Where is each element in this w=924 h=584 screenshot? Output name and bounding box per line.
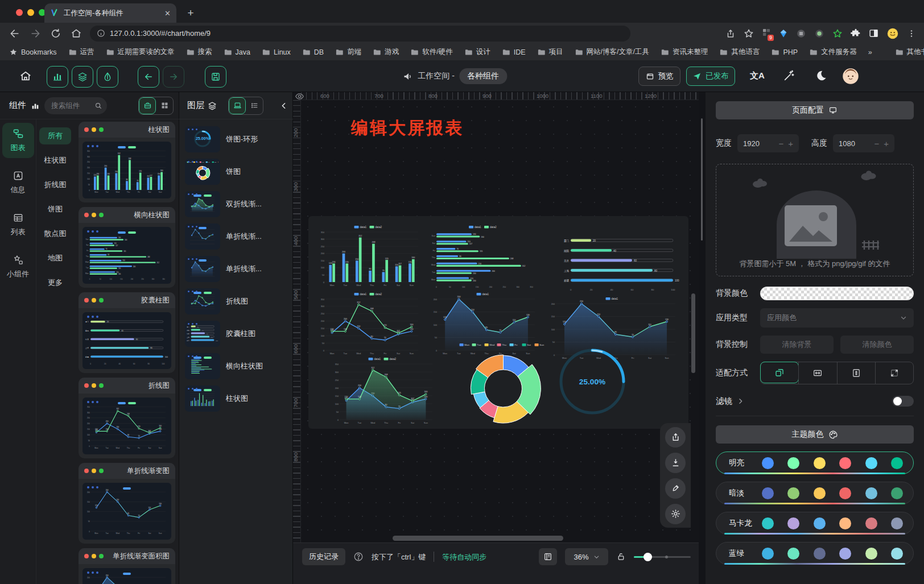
home-icon[interactable] <box>71 28 82 39</box>
theme-row-明亮[interactable]: 明亮 <box>716 452 914 474</box>
charts-panel-toggle-button[interactable] <box>47 66 68 88</box>
history-button[interactable]: 历史记录 <box>302 548 345 565</box>
bookmark-folder[interactable]: 文件服务器 <box>809 47 857 57</box>
canvas-progress-ring[interactable]: 25.00% <box>558 347 627 418</box>
sidebar-item-list[interactable]: 列表 <box>2 207 34 242</box>
traffic-light-close[interactable] <box>16 9 23 16</box>
bookmark-folder[interactable]: 网站/博客/文章/工具 <box>575 47 649 57</box>
canvas-line-chart[interactable]: 050100150200250300350MonTueWedThuFriSatS… <box>317 291 422 358</box>
theme-row-马卡龙[interactable]: 马卡龙 <box>716 512 914 535</box>
bookmark-folder[interactable]: 软件/硬件 <box>410 47 452 57</box>
canvas-pie-chart[interactable]: MonTueWedThuFriSatSun <box>442 342 564 429</box>
extension-dot-icon[interactable] <box>814 28 824 39</box>
browser-menu-icon[interactable] <box>907 29 916 38</box>
bookmark-folder[interactable]: Linux <box>262 48 291 56</box>
extension-icon[interactable]: 9 <box>762 28 771 39</box>
component-card[interactable]: 单折线渐变面积图 050100150200MonTueWedThuFriSatS… <box>79 548 175 584</box>
category-item[interactable]: 地图 <box>39 250 71 267</box>
component-card[interactable]: 横向柱状图 050100150200250300350SunSatFriThuW… <box>79 207 175 288</box>
component-card[interactable]: 柱状图 050100150200250300350MonTueWedThuFri… <box>79 122 175 202</box>
component-card[interactable]: 胶囊柱图 厦门20南阳40北京60上海80新疆100020406080100 <box>79 292 175 373</box>
extension-star-icon[interactable] <box>832 28 843 39</box>
tab-close-icon[interactable]: ✕ <box>164 9 171 18</box>
ruler-eye-icon[interactable] <box>295 92 304 101</box>
profile-avatar-icon[interactable] <box>886 27 899 40</box>
height-stepper[interactable]: 1080 −+ <box>833 134 894 152</box>
settings-button[interactable] <box>665 504 686 524</box>
filter-toggle[interactable] <box>892 396 914 407</box>
bookmark-folder[interactable]: 设计 <box>464 47 490 57</box>
design-canvas[interactable]: 6007008009001000110012001300 20030040050… <box>293 92 699 584</box>
layer-item[interactable]: MonTueWedThuFriSatSun 饼图 <box>185 158 288 186</box>
layers-list-view-button[interactable] <box>246 97 263 114</box>
site-info-icon[interactable] <box>97 29 105 38</box>
extension-gem-icon[interactable] <box>779 29 788 38</box>
preview-button[interactable]: 预览 <box>638 67 680 86</box>
save-button[interactable] <box>205 66 226 88</box>
clear-background-button[interactable]: 清除背景 <box>760 336 834 354</box>
canvas-bar-chart[interactable]: 050100150200250300350MonTueWedThuFriSatS… <box>317 224 422 289</box>
width-minus-icon[interactable]: − <box>778 139 783 148</box>
layer-item[interactable]: 折线图 <box>185 287 288 316</box>
bookmark-folder[interactable]: PHP <box>771 48 798 56</box>
publish-button[interactable]: 已发布 <box>686 67 735 86</box>
user-avatar[interactable] <box>842 68 859 85</box>
sidebar-item-charts[interactable]: 图表 <box>2 123 34 158</box>
layer-item[interactable]: 厦门20南阳40北京60上海80新疆100 胶囊柱图 <box>185 320 288 348</box>
layers-thumbnail-view-button[interactable] <box>229 97 246 114</box>
zoom-slider[interactable] <box>634 548 691 565</box>
fit-height-button[interactable] <box>837 362 875 384</box>
canvas-horizontal-scrollbar[interactable] <box>393 536 563 541</box>
fit-fullscreen-button[interactable] <box>875 362 913 384</box>
layers-panel-toggle-button[interactable] <box>72 66 93 88</box>
layer-item[interactable]: 25.00% 饼图-环形 <box>185 125 288 154</box>
canvas-area-line-chart[interactable]: 050100150200250300350MonTueWedThuFriSatS… <box>331 356 436 427</box>
back-icon[interactable] <box>9 28 20 39</box>
view-toggle-case-button[interactable] <box>139 97 156 114</box>
width-plus-icon[interactable]: + <box>788 139 793 148</box>
layer-item[interactable]: 单折线渐... <box>185 255 288 283</box>
bookmark-folder[interactable]: IDE <box>502 48 526 56</box>
bookmark-star-icon[interactable] <box>744 28 754 39</box>
height-minus-icon[interactable]: − <box>874 139 879 148</box>
other-bookmarks-folder[interactable]: 其他书签 <box>895 47 924 57</box>
browser-tab[interactable]: 工作空间-各种组件 ✕ <box>44 3 176 23</box>
collapse-panel-chevron-icon[interactable] <box>279 101 288 110</box>
chevron-right-icon[interactable] <box>737 397 744 405</box>
category-item[interactable]: 折线图 <box>39 176 71 193</box>
app-type-select[interactable]: 应用颜色 <box>760 308 914 328</box>
traffic-light-minimize[interactable] <box>27 9 34 16</box>
clear-color-button[interactable]: 清除颜色 <box>840 336 914 354</box>
category-item[interactable]: 柱状图 <box>39 152 71 169</box>
canvas-vertical-scrollbar[interactable] <box>691 293 695 373</box>
fit-width-button[interactable] <box>798 362 836 384</box>
layer-item[interactable]: 单折线渐... <box>185 222 288 251</box>
settings-panel-scrollbar[interactable] <box>701 118 703 241</box>
redo-button[interactable] <box>163 66 184 88</box>
canvas-text-widget[interactable]: 编辑大屏报表 <box>351 117 464 140</box>
category-item[interactable]: 所有 <box>39 127 71 144</box>
layer-item[interactable]: 柱状图 <box>185 384 288 413</box>
zoom-select[interactable]: 36% <box>565 548 608 565</box>
canvas-chart-board[interactable]: 050100150200250300350MonTueWedThuFriSatS… <box>308 216 688 429</box>
bookmark-folder[interactable]: 资讯未整理 <box>661 47 708 57</box>
new-tab-button[interactable]: + <box>183 6 198 20</box>
project-name-badge[interactable]: 各种组件 <box>459 68 507 84</box>
app-home-icon[interactable] <box>19 70 32 82</box>
magic-wand-icon[interactable] <box>783 69 795 82</box>
background-color-swatch[interactable] <box>760 287 914 300</box>
sidebar-item-info[interactable]: 信息 <box>2 165 34 200</box>
canvas-capsule-chart[interactable]: 厦门20南阳40北京60上海80新疆100020406080100 <box>562 233 682 293</box>
undo-button[interactable] <box>138 66 159 88</box>
bookmarks-manager[interactable]: Bookmarks <box>9 48 57 56</box>
extension-circle-icon[interactable] <box>796 28 806 39</box>
component-search[interactable] <box>44 97 107 114</box>
fit-scale-button[interactable] <box>760 362 799 383</box>
theme-row-蓝绿[interactable]: 蓝绿 <box>716 542 914 565</box>
edit-button[interactable] <box>665 478 686 499</box>
bookmark-folder[interactable]: 近期需要读的文章 <box>106 47 175 57</box>
details-panel-toggle-button[interactable] <box>97 66 118 88</box>
layer-item[interactable]: 横向柱状图 <box>185 352 288 380</box>
theme-row-暗淡[interactable]: 暗淡 <box>716 482 914 504</box>
bookmark-folder[interactable]: DB <box>302 48 324 56</box>
